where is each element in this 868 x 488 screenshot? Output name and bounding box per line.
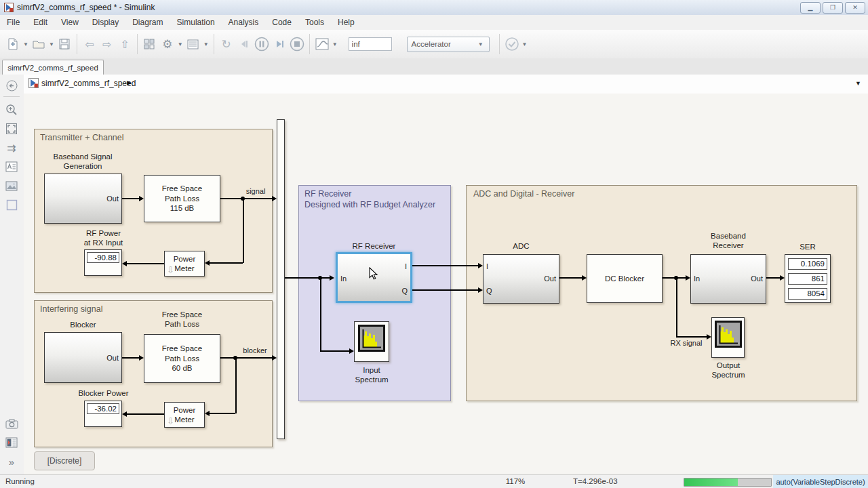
menu-view[interactable]: View bbox=[54, 15, 85, 30]
close-button[interactable]: ✕ bbox=[845, 2, 865, 14]
spectrum-icon bbox=[358, 325, 385, 352]
free-space-path-loss-115-block[interactable]: Free Space Path Loss 115 dB bbox=[144, 175, 220, 222]
menu-tools[interactable]: Tools bbox=[298, 15, 331, 30]
wire bbox=[676, 278, 677, 337]
wire-arrow bbox=[272, 196, 277, 201]
simulink-icon bbox=[4, 3, 14, 12]
step-back-button[interactable] bbox=[235, 35, 253, 54]
wire bbox=[127, 413, 164, 415]
block-text: Free Space Path Loss 60 dB bbox=[144, 335, 220, 382]
wire bbox=[766, 277, 780, 279]
breadcrumb-dropdown-icon[interactable]: ▼ bbox=[855, 80, 861, 87]
discrete-annotation-badge[interactable]: [Discrete] bbox=[34, 451, 95, 470]
region-title: ADC and Digital - Receiver bbox=[473, 189, 574, 200]
dc-blocker-block[interactable]: DC Blocker bbox=[587, 254, 663, 303]
menu-analysis[interactable]: Analysis bbox=[222, 15, 266, 30]
expand-palette-icon[interactable]: » bbox=[5, 455, 18, 468]
block-label-blocker: Blocker bbox=[44, 321, 122, 330]
update-diagram-icon[interactable]: ↻ bbox=[218, 35, 235, 54]
power-meter-block-2[interactable]: Power Meter ⇩ bbox=[164, 402, 205, 428]
open-dropdown-icon[interactable]: ▼ bbox=[49, 41, 54, 47]
window-title: simrfV2_comms_rf_speed * - Simulink bbox=[17, 3, 155, 12]
step-forward-button[interactable] bbox=[271, 35, 288, 54]
wire bbox=[220, 198, 272, 199]
stop-button[interactable] bbox=[288, 35, 306, 54]
ser-value-2: 861 bbox=[788, 273, 827, 285]
wire bbox=[127, 263, 164, 264]
mode-dropdown-icon: ▼ bbox=[478, 41, 484, 47]
tab-model[interactable]: simrfV2_comms_rf_speed bbox=[2, 60, 104, 75]
signal-routing-icon[interactable]: ⇉ bbox=[5, 141, 18, 155]
zoom-in-icon[interactable] bbox=[5, 103, 18, 117]
port-q: Q bbox=[486, 287, 492, 295]
adc-block[interactable]: I Q Out bbox=[483, 254, 559, 304]
rf-power-display-block[interactable]: -90.88 bbox=[84, 249, 122, 276]
region-title: RF Receiver Designed with RF Budget Anal… bbox=[304, 189, 448, 210]
blocker-power-display-block[interactable]: -36.02 bbox=[84, 401, 122, 427]
new-model-button[interactable] bbox=[4, 35, 22, 54]
sim-time: T=4.296e-03 bbox=[573, 477, 618, 485]
model-browser-icon[interactable] bbox=[5, 436, 18, 449]
settings-dropdown-icon[interactable]: ▼ bbox=[178, 41, 183, 47]
stop-time-input[interactable] bbox=[349, 37, 392, 51]
back-button[interactable]: ⇦ bbox=[81, 35, 98, 54]
image-annotation-icon[interactable] bbox=[5, 179, 18, 192]
menu-help[interactable]: Help bbox=[331, 15, 361, 30]
explorer-dropdown-icon[interactable]: ▼ bbox=[203, 41, 209, 47]
block-label-blocker-power: Blocker Power bbox=[68, 389, 139, 399]
refresh-dropdown-icon[interactable]: ▼ bbox=[522, 41, 528, 47]
breadcrumb-model[interactable]: simrfV2_comms_rf_speed bbox=[41, 79, 136, 88]
minimize-button[interactable]: ▁ bbox=[800, 2, 821, 14]
breadcrumb-arrow-icon: ▶ bbox=[127, 79, 132, 86]
pause-button[interactable] bbox=[253, 35, 271, 54]
menu-code[interactable]: Code bbox=[265, 15, 298, 30]
menu-file[interactable]: File bbox=[0, 15, 26, 30]
wire-arrow bbox=[205, 260, 210, 266]
area-box-icon[interactable] bbox=[5, 198, 18, 211]
menu-edit[interactable]: Edit bbox=[26, 15, 54, 30]
display-dropdown-icon[interactable]: ▼ bbox=[332, 41, 338, 47]
model-settings-button[interactable]: ⚙ bbox=[159, 35, 176, 54]
wire-arrow bbox=[780, 275, 785, 281]
menu-diagram[interactable]: Diagram bbox=[125, 15, 170, 30]
port-out: Out bbox=[544, 274, 556, 283]
output-spectrum-scope-block[interactable] bbox=[711, 317, 745, 358]
save-button[interactable] bbox=[56, 35, 73, 54]
toolbar: ▼ ▼ ⇦ ⇨ ⇧ ⚙▼ ▼ ↻ bbox=[0, 30, 868, 59]
wire-arrow bbox=[272, 355, 277, 361]
free-space-path-loss-60-block[interactable]: Free Space Path Loss 60 dB bbox=[144, 334, 220, 383]
up-to-parent-button[interactable]: ⇧ bbox=[116, 35, 134, 54]
port-out: Out bbox=[106, 195, 119, 203]
ser-display-block[interactable]: 0.1069 861 8054 bbox=[785, 254, 831, 303]
power-meter-block-1[interactable]: Power Meter ⇩ bbox=[164, 251, 205, 277]
forward-button[interactable]: ⇨ bbox=[98, 35, 116, 54]
input-spectrum-scope-block[interactable] bbox=[354, 321, 389, 362]
library-browser-button[interactable] bbox=[141, 35, 159, 54]
solver-info[interactable]: auto(VariableStepDiscrete) bbox=[773, 475, 868, 488]
model-explorer-button[interactable] bbox=[184, 35, 202, 54]
simulation-mode-value: Accelerator bbox=[412, 40, 451, 48]
region-title: Interfering signal bbox=[40, 304, 102, 315]
simulation-mode-select[interactable]: Accelerator ▼ bbox=[407, 37, 490, 52]
title-bar: simrfV2_comms_rf_speed * - Simulink ▁ ❐ … bbox=[0, 0, 868, 16]
baseband-receiver-block[interactable]: In Out bbox=[690, 254, 766, 304]
menu-display[interactable]: Display bbox=[85, 15, 125, 30]
breadcrumb-bar: simrfV2_comms_rf_speed ▶ ▼ bbox=[24, 75, 868, 94]
annotation-icon[interactable] bbox=[5, 160, 18, 174]
menu-simulation[interactable]: Simulation bbox=[170, 15, 222, 30]
sum-bar-block[interactable] bbox=[277, 119, 285, 439]
screenshot-icon[interactable] bbox=[5, 417, 18, 430]
open-button[interactable] bbox=[30, 35, 47, 54]
refresh-model-button[interactable] bbox=[503, 35, 521, 54]
new-dropdown-icon[interactable]: ▼ bbox=[23, 41, 28, 47]
solver-label: auto(VariableStepDiscrete) bbox=[776, 478, 865, 486]
fit-to-view-icon[interactable] bbox=[5, 122, 18, 136]
region-title: Transmitter + Channel bbox=[40, 133, 124, 144]
baseband-signal-generation-block[interactable]: Out bbox=[44, 174, 122, 224]
blocker-block[interactable]: Out bbox=[44, 332, 122, 383]
ser-value-3: 8054 bbox=[788, 288, 827, 300]
simulation-display-button[interactable] bbox=[313, 35, 331, 54]
hide-explorer-icon[interactable] bbox=[5, 79, 18, 92]
restore-button[interactable]: ❐ bbox=[823, 2, 843, 14]
port-in: In bbox=[340, 274, 347, 283]
